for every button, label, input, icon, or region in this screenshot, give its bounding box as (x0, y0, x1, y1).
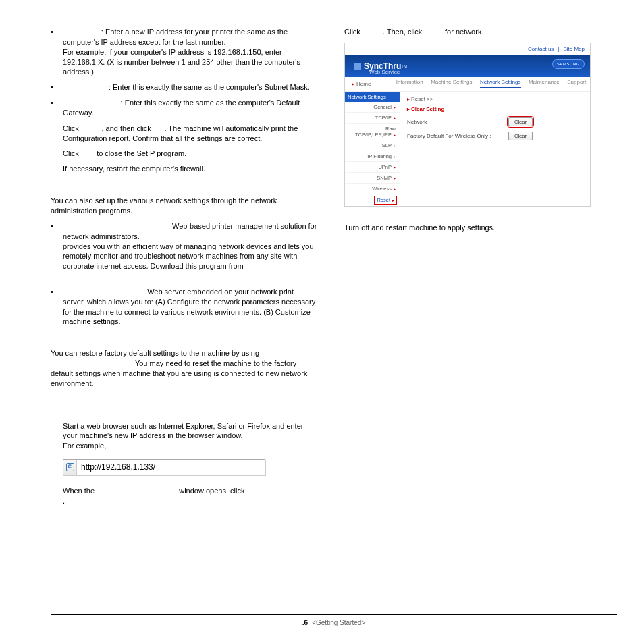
fig-side-reset[interactable]: Reset (374, 196, 397, 205)
restore-intro: You can restore factory default settings… (51, 348, 317, 388)
fig-link-sitemap[interactable]: Site Map (563, 46, 585, 52)
footer-section: <Getting Started> (312, 619, 365, 626)
fig-side-upnp[interactable]: UPnP (345, 162, 400, 173)
turnoff-line: Turn off and restart machine to apply se… (344, 223, 594, 233)
fig-section-title: Clear Setting (407, 106, 583, 112)
fig-link-contact[interactable]: Contact us (528, 46, 554, 52)
fig-side-tcpip[interactable]: TCP/IP (345, 113, 400, 124)
page-footer: .6 <Getting Started> (51, 614, 617, 630)
fig-side-wireless[interactable]: Wireless (345, 184, 400, 194)
samsung-logo: SAMSUNG (552, 59, 585, 69)
click-line: Click Reset. Then, click Clear for netwo… (344, 27, 594, 37)
step-restart: If necessary, restart the computer's fir… (51, 164, 317, 174)
fig-btn-clear-network[interactable]: Clear (508, 117, 533, 126)
fig-side-ipfiltering[interactable]: IP Filtering (345, 151, 400, 162)
fig-tab-maintenance[interactable]: Maintenance (529, 79, 560, 88)
bullet-subnet: • Subnet Mask: Enter this exactly the sa… (51, 82, 317, 92)
fig-side-snmp[interactable]: SNMP (345, 173, 400, 184)
fig-row-network-label: Network : (407, 119, 508, 125)
url-bar[interactable]: http://192.168.1.133/ (63, 459, 265, 475)
browser-page-icon (63, 460, 77, 475)
fig-main: Reset >> Clear Setting Network : Clear F… (400, 92, 590, 206)
fig-sidebar: Network Settings General TCP/IP Raw TCP/… (345, 92, 400, 206)
fig-nav: Home Information Machine Settings Networ… (345, 77, 590, 92)
fig-row-wireless-label: Factory Default For Wireless Only : (407, 133, 508, 139)
left-column: • IP Address: Enter a new IP address for… (51, 27, 317, 512)
browser-step: Start a web browser such as Internet Exp… (51, 421, 317, 452)
ip-text-1: : Enter a new IP address for your printe… (63, 28, 288, 46)
admin-text3: . (189, 272, 191, 280)
fig-side-head: Network Settings (345, 92, 400, 102)
fig-side-slp[interactable]: SLP (345, 140, 400, 151)
bullet-ip: • IP Address: Enter a new IP address for… (51, 27, 317, 77)
url-text: http://192.168.1.133/ (77, 462, 155, 472)
fig-crumb: Reset >> (407, 96, 583, 102)
step-apply: Click Apply, and then click OK. The mach… (51, 124, 317, 144)
admin-text2: provides you with an efficient way of ma… (63, 242, 314, 271)
bullet-gateway: • Default Gateway: Enter this exactly th… (51, 98, 317, 118)
subnet-text: : Enter this exactly the same as the com… (109, 83, 310, 91)
syncthru-screenshot: Contact us | Site Map SyncThruTM Web Ser… (344, 43, 591, 207)
right-column: Click Reset. Then, click Clear for netwo… (344, 27, 594, 512)
bullet-admin: • SyncThru Web Admin Service: Web-based … (51, 221, 317, 281)
net-intro: You can also set up the various network … (51, 196, 317, 216)
sws-text: : Web server embedded on your network pr… (63, 288, 315, 326)
fig-tab-support[interactable]: Support (567, 79, 586, 88)
ip-text-2: For example, if your computer's IP addre… (51, 47, 317, 78)
bullet-sws: • SyncThru Web Service: Web server embed… (51, 287, 317, 327)
gateway-text: : Enter this exactly the same as the com… (63, 99, 300, 117)
step-close: Click Exit to close the SetIP program. (51, 149, 317, 159)
footer-page: .6 (302, 619, 308, 626)
fig-side-general[interactable]: General (345, 102, 400, 113)
fig-tab-information[interactable]: Information (396, 79, 423, 88)
fig-side-raw[interactable]: Raw TCP/IP,LPR,IPP (345, 124, 400, 140)
fig-nav-home[interactable]: Home (345, 81, 392, 87)
when-open: When the SyncThru Web Service window ope… (51, 486, 317, 506)
fig-banner: SyncThruTM Web Service SAMSUNG (345, 55, 590, 77)
fig-brand-sub: Web Service (369, 69, 400, 75)
admin-text: : Web-based printer management solution … (63, 222, 317, 240)
fig-tab-machine-settings[interactable]: Machine Settings (431, 79, 472, 88)
brand-square-icon (354, 63, 361, 70)
fig-tab-network-settings[interactable]: Network Settings (480, 79, 520, 88)
fig-btn-clear-wireless[interactable]: Clear (508, 132, 533, 140)
